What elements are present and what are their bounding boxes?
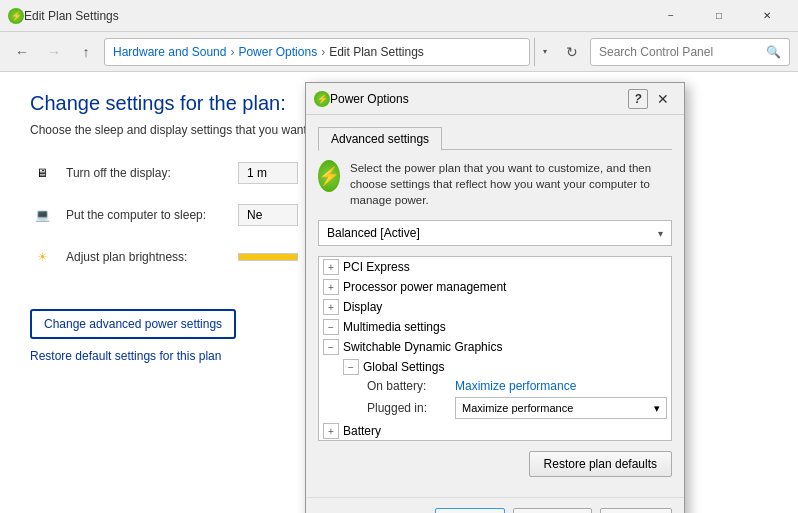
plugged-in-label: Plugged in:: [367, 401, 447, 415]
search-input[interactable]: [599, 45, 766, 59]
main-content: Change settings for the plan: Choose the…: [0, 72, 798, 513]
breadcrumb-dropdown-button[interactable]: ▾: [534, 38, 554, 66]
tree-item-multimedia[interactable]: − Multimedia settings: [319, 317, 671, 337]
brightness-value[interactable]: [238, 253, 298, 261]
dialog-help-button[interactable]: ?: [628, 89, 648, 109]
sleep-value[interactable]: Ne: [238, 204, 298, 226]
tree-container[interactable]: + PCI Express + Processor power manageme…: [318, 256, 672, 441]
display-icon: 🖥: [30, 161, 54, 185]
plan-dropdown-value: Balanced [Active]: [327, 226, 420, 240]
display-value[interactable]: 1 m: [238, 162, 298, 184]
dialog-title-icon: ⚡: [314, 91, 330, 107]
tree-item-pci[interactable]: + PCI Express: [319, 257, 671, 277]
dialog-title-text: Power Options: [330, 92, 628, 106]
breadcrumb-power-options[interactable]: Power Options: [238, 45, 317, 59]
minimize-button[interactable]: −: [648, 0, 694, 32]
dialog-info: ⚡ Select the power plan that you want to…: [318, 160, 672, 208]
tree-expand-switchable[interactable]: −: [323, 339, 339, 355]
power-dialog-icon: ⚡: [318, 160, 340, 192]
breadcrumb-hardware[interactable]: Hardware and Sound: [113, 45, 226, 59]
tree-label-battery: Battery: [343, 424, 381, 438]
brightness-icon: ☀: [30, 245, 54, 269]
change-advanced-link[interactable]: Change advanced power settings: [30, 309, 236, 339]
tree-expand-pci[interactable]: +: [323, 259, 339, 275]
dialog-content: Advanced settings ⚡ Select the power pla…: [306, 115, 684, 497]
back-button[interactable]: ←: [8, 38, 36, 66]
sleep-icon: 💻: [30, 203, 54, 227]
titlebar: ⚡ Edit Plan Settings − □ ✕: [0, 0, 798, 32]
plan-dropdown[interactable]: Balanced [Active] ▾: [318, 220, 672, 246]
plugged-in-dropdown-arrow: ▾: [654, 402, 660, 415]
tree-item-display[interactable]: + Display: [319, 297, 671, 317]
dialog-bottom-buttons: OK Cancel Apply: [306, 497, 684, 513]
tree-item-global[interactable]: − Global Settings: [319, 357, 671, 377]
apply-button[interactable]: Apply: [600, 508, 672, 513]
on-battery-value[interactable]: Maximize performance: [455, 379, 576, 393]
maximize-button[interactable]: □: [696, 0, 742, 32]
tree-item-battery[interactable]: + Battery: [319, 421, 671, 441]
dialog-titlebar: ⚡ Power Options ? ✕: [306, 83, 684, 115]
refresh-button[interactable]: ↻: [558, 38, 586, 66]
plugged-in-dropdown[interactable]: Maximize performance ▾: [455, 397, 667, 419]
plugged-in-value: Maximize performance: [462, 402, 573, 414]
tree-label-display: Display: [343, 300, 382, 314]
tree-expand-global[interactable]: −: [343, 359, 359, 375]
on-battery-label: On battery:: [367, 379, 447, 393]
tree-expand-processor[interactable]: +: [323, 279, 339, 295]
tree-item-processor[interactable]: + Processor power management: [319, 277, 671, 297]
cancel-button[interactable]: Cancel: [513, 508, 592, 513]
plan-dropdown-arrow: ▾: [658, 228, 663, 239]
tree-label-switchable: Switchable Dynamic Graphics: [343, 340, 502, 354]
dialog-close-button[interactable]: ✕: [650, 86, 676, 112]
tree-expand-multimedia[interactable]: −: [323, 319, 339, 335]
breadcrumb-bar: Hardware and Sound › Power Options › Edi…: [104, 38, 530, 66]
power-options-dialog: ⚡ Power Options ? ✕ Advanced settings ⚡ …: [305, 82, 685, 513]
display-label: Turn off the display:: [66, 166, 226, 180]
dialog-controls: ? ✕: [628, 86, 676, 112]
search-box: 🔍: [590, 38, 790, 66]
breadcrumb-current: Edit Plan Settings: [329, 45, 424, 59]
dialog-info-text: Select the power plan that you want to c…: [350, 160, 672, 208]
tree-expand-battery[interactable]: +: [323, 423, 339, 439]
tree-item-on-battery: On battery: Maximize performance: [319, 377, 671, 395]
tree-label-pci: PCI Express: [343, 260, 410, 274]
titlebar-controls: − □ ✕: [648, 0, 790, 32]
tree-label-processor: Processor power management: [343, 280, 506, 294]
tree-item-plugged-in: Plugged in: Maximize performance ▾: [319, 395, 671, 421]
tree-item-switchable[interactable]: − Switchable Dynamic Graphics: [319, 337, 671, 357]
titlebar-icon: ⚡: [8, 8, 24, 24]
sleep-label: Put the computer to sleep:: [66, 208, 226, 222]
restore-plan-defaults-button[interactable]: Restore plan defaults: [529, 451, 672, 477]
tree-expand-display[interactable]: +: [323, 299, 339, 315]
addressbar: ← → ↑ Hardware and Sound › Power Options…: [0, 32, 798, 72]
advanced-settings-tab[interactable]: Advanced settings: [318, 127, 442, 151]
forward-button[interactable]: →: [40, 38, 68, 66]
titlebar-title: Edit Plan Settings: [24, 9, 648, 23]
close-button[interactable]: ✕: [744, 0, 790, 32]
tree-label-global: Global Settings: [363, 360, 444, 374]
up-button[interactable]: ↑: [72, 38, 100, 66]
tree-label-multimedia: Multimedia settings: [343, 320, 446, 334]
brightness-label: Adjust plan brightness:: [66, 250, 226, 264]
search-icon: 🔍: [766, 45, 781, 59]
ok-button[interactable]: OK: [435, 508, 505, 513]
